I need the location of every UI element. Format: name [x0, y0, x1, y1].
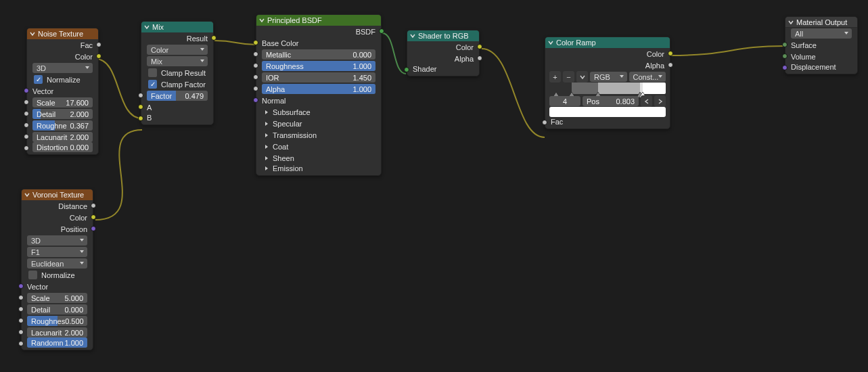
voronoi-randomness[interactable]: Randomn1.000	[27, 338, 87, 348]
output-target-select[interactable]: All	[791, 28, 852, 39]
node-noise-texture[interactable]: Noise Texture Fac Color 3D Normalize Vec…	[26, 28, 99, 155]
output-fac: Fac	[81, 41, 93, 49]
voronoi-normalize-check[interactable]: Normalize	[27, 271, 75, 279]
output-color: Color	[456, 43, 474, 51]
chevron-down-icon	[24, 192, 30, 197]
voronoi-lacunarity[interactable]: Lacunarit2.000	[27, 327, 87, 338]
ramp-pos[interactable]: Pos0.803	[583, 96, 639, 106]
input-a: A	[147, 103, 152, 112]
node-principled-bsdf[interactable]: Principled BSDF BSDF Base Color Metallic…	[256, 14, 382, 176]
output-color: Color	[75, 53, 93, 61]
node-title: Noise Texture	[38, 30, 83, 38]
noise-normalize-check[interactable]: Normalize	[32, 75, 81, 84]
node-title: Mix	[152, 23, 164, 31]
bsdf-ior[interactable]: IOR1.450	[262, 72, 375, 83]
expand-transmission[interactable]: Transmission	[256, 129, 381, 141]
node-title: Principled BSDF	[267, 16, 322, 24]
node-header[interactable]: Noise Texture	[27, 28, 98, 39]
output-alpha: Alpha	[645, 62, 664, 70]
input-vector: Vector	[27, 283, 48, 291]
node-shader-to-rgb[interactable]: Shader to RGB Color Alpha Shader	[407, 30, 480, 76]
node-title: Material Output	[796, 18, 847, 26]
mix-clamp-factor-check[interactable]: Clamp Factor	[147, 80, 206, 89]
output-position: Position	[61, 225, 87, 233]
noise-scale[interactable]: Scale17.600	[32, 97, 93, 108]
mix-clamp-result-check[interactable]: Clamp Result	[147, 68, 206, 77]
mix-factor[interactable]: Factor0.479	[147, 91, 208, 101]
bsdf-metallic[interactable]: Metallic0.000	[262, 49, 375, 60]
chevron-down-icon	[548, 40, 553, 45]
mix-type-select[interactable]: Color	[147, 45, 208, 55]
output-alpha: Alpha	[455, 55, 474, 63]
voronoi-dim-select[interactable]: 3D	[27, 235, 87, 246]
voronoi-feature-select[interactable]: F1	[27, 247, 87, 257]
node-voronoi-texture[interactable]: Voronoi Texture Distance Color Position …	[21, 189, 93, 350]
ramp-index[interactable]: 4	[549, 96, 580, 106]
input-displacement: Displacement	[791, 63, 836, 71]
voronoi-detail[interactable]: Detail0.000	[27, 304, 87, 315]
ramp-interp-select[interactable]: Const...	[629, 72, 666, 82]
voronoi-roughness[interactable]: Roughnes0.500	[27, 316, 87, 326]
noise-roughness[interactable]: Roughne0.367	[32, 120, 93, 131]
output-color: Color	[70, 214, 87, 222]
ramp-next-button[interactable]	[654, 95, 666, 107]
input-fac: Fac	[551, 118, 563, 126]
output-color: Color	[647, 50, 664, 58]
node-header[interactable]: Voronoi Texture	[22, 189, 93, 200]
ramp-add-button[interactable]: +	[549, 71, 561, 83]
chevron-down-icon	[30, 31, 35, 37]
node-mix[interactable]: Mix Result Color Mix Clamp Result Clamp …	[141, 21, 214, 125]
node-material-output[interactable]: Material Output All Surface Volume Displ…	[785, 16, 858, 74]
node-title: Color Ramp	[556, 39, 596, 47]
ramp-color-swatch[interactable]	[549, 107, 666, 117]
node-header[interactable]: Principled BSDF	[256, 15, 381, 26]
output-result: Result	[187, 34, 208, 43]
input-surface: Surface	[791, 41, 817, 49]
output-bsdf: BSDF	[356, 28, 375, 36]
node-title: Shader to RGB	[418, 32, 469, 40]
noise-dim-select[interactable]: 3D	[32, 63, 93, 73]
voronoi-scale[interactable]: Scale5.000	[27, 293, 87, 303]
ramp-gradient[interactable]	[549, 83, 666, 94]
input-base-color: Base Color	[262, 39, 298, 47]
noise-lacunarity[interactable]: Lacunarit2.000	[32, 132, 93, 142]
chevron-down-icon	[410, 33, 415, 39]
node-header[interactable]: Shader to RGB	[407, 30, 479, 41]
node-header[interactable]: Mix	[141, 22, 213, 32]
input-volume: Volume	[791, 53, 816, 61]
node-title: Voronoi Texture	[32, 191, 84, 199]
node-color-ramp[interactable]: Color Ramp Color Alpha + − RGB Const... …	[545, 37, 670, 129]
bsdf-alpha[interactable]: Alpha1.000	[262, 84, 375, 94]
node-header[interactable]: Color Ramp	[545, 37, 670, 48]
ramp-prev-button[interactable]	[641, 95, 652, 107]
expand-subsurface[interactable]: Subsurface	[256, 106, 381, 118]
expand-sheen[interactable]: Sheen	[256, 152, 381, 164]
output-distance: Distance	[58, 202, 87, 210]
input-shader: Shader	[413, 65, 436, 73]
ramp-remove-button[interactable]: −	[563, 71, 574, 83]
chevron-down-icon	[259, 18, 265, 23]
voronoi-metric-select[interactable]: Euclidean	[27, 258, 87, 269]
ramp-menu-button[interactable]	[576, 71, 588, 83]
chevron-down-icon	[144, 24, 150, 30]
expand-specular[interactable]: Specular	[256, 118, 381, 129]
noise-distortion[interactable]: Distortion0.000	[32, 142, 93, 152]
chevron-down-icon	[788, 20, 794, 25]
expand-coat[interactable]: Coat	[256, 141, 381, 152]
expand-emission[interactable]: Emission	[256, 164, 381, 175]
input-vector: Vector	[32, 87, 53, 95]
input-b: B	[147, 114, 152, 122]
node-header[interactable]: Material Output	[785, 17, 857, 28]
bsdf-roughness[interactable]: Roughness1.000	[262, 61, 375, 71]
noise-detail[interactable]: Detail2.000	[32, 109, 93, 119]
mix-blend-select[interactable]: Mix	[147, 56, 208, 66]
ramp-mode-select[interactable]: RGB	[590, 72, 627, 82]
input-normal: Normal	[262, 97, 285, 105]
